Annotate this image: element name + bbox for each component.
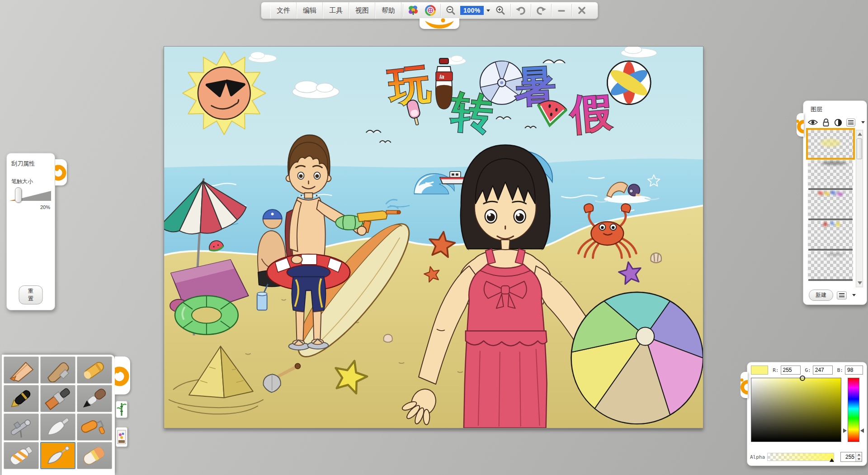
toolbar-separator — [571, 4, 572, 17]
scroll-down-icon[interactable] — [858, 281, 862, 285]
layers-options-icon[interactable] — [837, 291, 847, 299]
app-logo-smile-tab[interactable] — [420, 18, 459, 29]
toolbar-separator — [440, 4, 441, 17]
saturation-value-picker[interactable] — [751, 378, 841, 442]
list-menu-icon[interactable] — [846, 119, 855, 127]
redo-icon[interactable] — [533, 3, 550, 18]
brush-tool-airbrush[interactable] — [4, 413, 39, 441]
layer-thumbnail-4[interactable] — [808, 221, 853, 249]
color-picker-panel: R: G: B: Alpha — [747, 362, 867, 466]
layers-options-caret[interactable] — [852, 294, 856, 296]
brush-size-slider[interactable] — [11, 190, 51, 201]
brush-tool-flat-brush[interactable] — [40, 385, 75, 412]
layer-thumbnail-5[interactable] — [808, 251, 853, 279]
bamboo-stamp-button[interactable] — [116, 401, 127, 418]
alpha-input[interactable] — [841, 452, 855, 461]
svg-text:la: la — [439, 73, 444, 80]
zoom-out-icon[interactable] — [442, 3, 459, 18]
menu-view[interactable]: 视图 — [349, 2, 375, 19]
b-label: B: — [837, 367, 843, 373]
minimize-icon[interactable] — [553, 3, 570, 18]
alpha-slider[interactable] — [767, 453, 834, 461]
unlock-icon[interactable] — [822, 118, 830, 127]
brush-tool-pencil[interactable] — [4, 356, 39, 384]
toolbar-separator — [510, 4, 511, 17]
contrast-icon[interactable] — [834, 119, 842, 127]
hue-marker-left[interactable] — [843, 428, 847, 433]
toolbar-separator — [551, 4, 552, 17]
picture-stamp-button[interactable] — [116, 427, 127, 447]
scroll-up-icon[interactable] — [858, 133, 862, 136]
eye-icon[interactable] — [808, 119, 818, 126]
brush-tool-ink-brush[interactable] — [77, 385, 112, 412]
scraper-panel-title: 刮刀属性 — [11, 160, 50, 168]
brush-size-label: 笔触大小 — [11, 178, 50, 185]
layer-thumbnail-3[interactable] — [808, 190, 853, 218]
g-input[interactable] — [813, 366, 833, 375]
layer-thumbnail-2[interactable] — [808, 160, 853, 188]
b-input[interactable] — [845, 366, 863, 375]
toolbar-separator — [403, 4, 403, 17]
alpha-increment-icon[interactable] — [856, 452, 862, 457]
scraper-panel-drag-tab[interactable] — [55, 159, 67, 185]
zoom-level-display[interactable]: 100% — [460, 6, 484, 15]
zoom-dropdown-caret[interactable] — [486, 10, 490, 12]
brush-tool-pastel-stick[interactable] — [40, 356, 75, 384]
layers-panel-drag-tab[interactable] — [797, 113, 804, 137]
layers-panel-title: 图层 — [811, 105, 867, 114]
brush-tool-eraser[interactable] — [77, 442, 112, 469]
layer-menu-caret[interactable] — [861, 121, 865, 124]
rainbow-splash-icon[interactable] — [405, 3, 422, 18]
layers-panel: 图层 — [803, 100, 867, 305]
r-label: R: — [773, 367, 778, 373]
hue-slider[interactable] — [848, 378, 859, 442]
alpha-marker[interactable] — [830, 458, 834, 462]
new-layer-button[interactable]: 新建 — [809, 290, 833, 301]
layers-scrollbar[interactable] — [856, 130, 863, 287]
sv-cursor[interactable] — [800, 375, 805, 381]
main-toolbar: 文件 编辑 工具 视图 帮助 100% — [261, 2, 598, 19]
menu-help[interactable]: 帮助 — [375, 2, 401, 19]
brush-tool-palette-knife[interactable] — [40, 413, 75, 441]
drawing-canvas[interactable]: 玩 la 转 暑 假 — [164, 46, 703, 428]
scrollbar-thumb[interactable] — [857, 138, 862, 159]
layer-stack — [808, 130, 853, 281]
undo-icon[interactable] — [512, 3, 529, 18]
r-input[interactable] — [781, 366, 801, 375]
alpha-label: Alpha — [750, 454, 767, 460]
layer-thumbnail-1[interactable] — [808, 130, 853, 158]
menu-tools[interactable]: 工具 — [323, 2, 349, 19]
brush-tool-paint-tube[interactable] — [4, 442, 39, 469]
alpha-spinner — [840, 452, 862, 462]
zoom-in-icon[interactable] — [492, 3, 509, 18]
menu-file[interactable]: 文件 — [270, 2, 297, 19]
title-char-jia: 假 — [567, 88, 614, 138]
toolbar-separator — [531, 4, 531, 17]
beach-artwork: 玩 la 转 暑 假 — [164, 47, 703, 428]
brush-tool-palette — [2, 355, 115, 475]
alpha-decrement-icon[interactable] — [856, 457, 862, 461]
slider-handle[interactable] — [15, 187, 22, 203]
hue-marker-right[interactable] — [860, 428, 864, 433]
rainbow-ring-icon[interactable] — [422, 3, 439, 18]
green-swim-ring — [175, 296, 238, 335]
rainbow-beach-ball — [571, 292, 703, 424]
reset-button[interactable]: 重置 — [19, 285, 43, 304]
color-panel-drag-tab[interactable] — [741, 372, 748, 398]
brush-tool-crayon[interactable] — [77, 356, 112, 384]
brush-tool-scraper[interactable] — [40, 442, 75, 469]
g-label: G: — [805, 367, 811, 373]
menu-edit[interactable]: 编辑 — [297, 2, 323, 19]
brush-tool-fountain-pen[interactable] — [4, 385, 39, 412]
current-color-swatch[interactable] — [751, 366, 768, 375]
scraper-properties-panel: 刮刀属性 笔触大小 20% 重置 — [6, 153, 55, 310]
close-icon[interactable] — [573, 3, 590, 18]
brush-palette-drag-tab[interactable] — [115, 356, 130, 394]
brush-tool-paint-roller[interactable] — [77, 413, 112, 441]
small-beach-ball — [607, 61, 651, 104]
brush-size-value: 20% — [11, 204, 50, 210]
